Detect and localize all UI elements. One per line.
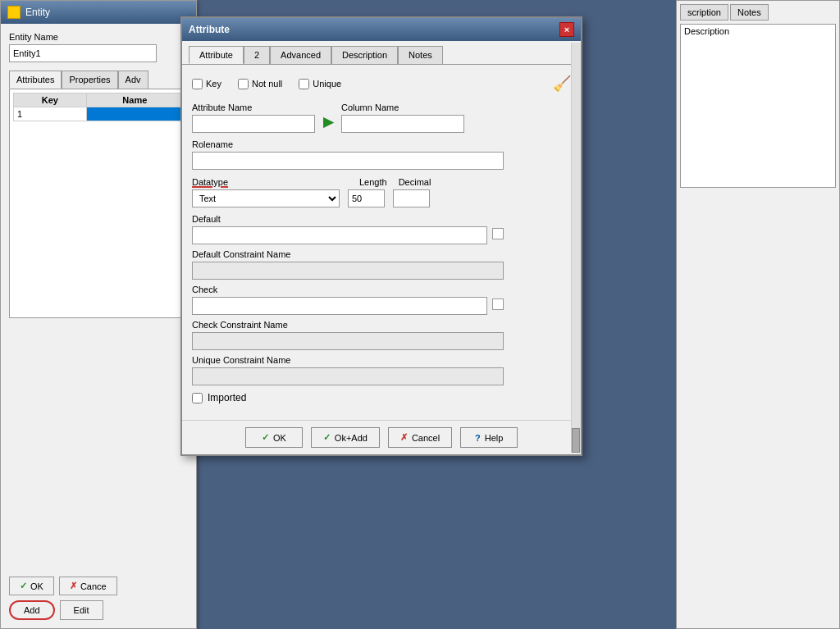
not-null-label: Not null xyxy=(252,79,282,89)
default-constraint-label: Default Constraint Name xyxy=(192,249,571,259)
unique-constraint-input[interactable] xyxy=(192,367,504,385)
length-label: Length xyxy=(359,177,387,187)
decimal-label: Decimal xyxy=(399,177,431,187)
not-null-checkbox-item: Not null xyxy=(238,79,282,89)
description-area: Description xyxy=(680,24,836,188)
entity-ok-cancel-buttons: ✓ OK ✗ Cance xyxy=(9,577,117,595)
cell-key: 1 xyxy=(14,107,87,121)
datatype-headers: Datatype Length Decimal xyxy=(192,176,571,188)
datatype-label: Datatype xyxy=(192,177,228,187)
entity-cancel-button[interactable]: ✗ Cance xyxy=(59,577,117,595)
check-constraint-group: Check Constraint Name xyxy=(192,320,571,350)
cell-name[interactable] xyxy=(86,107,183,121)
entity-tabs: Attributes Properties Adv xyxy=(9,71,188,89)
cancel-button[interactable]: ✗ Cancel xyxy=(388,427,452,448)
datatype-select[interactable]: Text Integer Float Boolean Date DateTime… xyxy=(192,189,340,207)
tab-advanced[interactable]: Advanced xyxy=(270,46,331,64)
key-checkbox-item: Key xyxy=(192,79,221,89)
entity-title: Entity xyxy=(25,7,50,18)
entity-window: Entity Entity Name Attributes Properties… xyxy=(0,0,197,629)
eraser-icon[interactable]: 🧹 xyxy=(553,75,571,93)
scrollbar-thumb[interactable] xyxy=(572,428,580,453)
tab-attribute[interactable]: Attribute xyxy=(189,46,244,64)
key-label: Key xyxy=(206,79,221,89)
unique-constraint-label: Unique Constraint Name xyxy=(192,355,571,365)
check-checkbox[interactable] xyxy=(492,299,504,310)
column-name-label: Column Name xyxy=(341,103,464,112)
entity-icon xyxy=(7,6,21,19)
attribute-dialog: Attribute × Attribute 2 Advanced Descrip… xyxy=(180,16,582,456)
ok-check-icon: ✓ xyxy=(262,432,269,443)
imported-label: Imported xyxy=(208,392,246,403)
tab-attributes[interactable]: Attributes xyxy=(9,71,62,89)
ok-add-button[interactable]: ✓ Ok+Add xyxy=(311,427,380,448)
add-button[interactable]: Add xyxy=(9,600,55,620)
cancel-x-icon: ✗ xyxy=(70,581,77,591)
decimal-input[interactable] xyxy=(393,189,430,207)
dialog-close-button[interactable]: × xyxy=(559,22,574,37)
col-header-key: Key xyxy=(14,93,87,107)
attribute-name-input[interactable] xyxy=(192,115,315,133)
edit-button[interactable]: Edit xyxy=(60,600,103,620)
tab-description[interactable]: Description xyxy=(331,46,398,64)
tab-properties[interactable]: Properties xyxy=(62,71,117,89)
rolename-group: Rolename xyxy=(192,139,571,170)
unique-label: Unique xyxy=(313,79,341,89)
entity-name-input[interactable] xyxy=(9,44,157,62)
attribute-name-group: Attribute Name xyxy=(192,103,315,133)
entity-ok-button[interactable]: ✓ OK xyxy=(9,577,54,595)
check-input[interactable] xyxy=(192,297,487,315)
help-question-icon: ? xyxy=(475,433,481,443)
attr-col-name-row: Attribute Name ▶ Column Name xyxy=(192,103,571,133)
ok-add-check-icon: ✓ xyxy=(323,432,331,443)
default-label: Default xyxy=(192,214,571,224)
entity-name-label: Entity Name xyxy=(9,32,188,42)
not-null-checkbox[interactable] xyxy=(238,79,249,89)
length-input[interactable] xyxy=(348,189,385,207)
default-group: Default xyxy=(192,214,571,244)
default-checkbox[interactable] xyxy=(492,228,504,239)
attribute-name-label: Attribute Name xyxy=(192,103,315,112)
right-panel: scription Notes Description xyxy=(676,0,840,629)
table-row[interactable]: 1 xyxy=(14,107,184,121)
rolename-input[interactable] xyxy=(192,152,504,170)
datatype-row: Text Integer Float Boolean Date DateTime… xyxy=(192,189,571,207)
unique-constraint-group: Unique Constraint Name xyxy=(192,355,571,385)
imported-checkbox[interactable] xyxy=(192,393,203,403)
rolename-label: Rolename xyxy=(192,139,571,149)
dialog-content: Key Not null Unique 🧹 Attribute Name ▶ C xyxy=(182,64,581,420)
check-label: Check xyxy=(192,285,571,294)
dialog-titlebar: Attribute × xyxy=(182,18,581,41)
tab-adv[interactable]: Adv xyxy=(118,71,148,89)
default-constraint-input[interactable] xyxy=(192,262,504,280)
checkbox-row: Key Not null Unique 🧹 xyxy=(192,75,571,93)
cancel-x-icon: ✗ xyxy=(400,432,408,443)
check-constraint-input[interactable] xyxy=(192,332,504,350)
arrow-icon: ▶ xyxy=(323,114,333,130)
col-header-name: Name xyxy=(86,93,183,107)
entity-titlebar: Entity xyxy=(1,1,196,24)
scrollbar[interactable] xyxy=(571,43,581,453)
tab-2[interactable]: 2 xyxy=(244,46,270,64)
default-constraint-group: Default Constraint Name xyxy=(192,249,571,280)
ok-button[interactable]: ✓ OK xyxy=(245,427,303,448)
check-group: Check xyxy=(192,285,571,315)
unique-checkbox[interactable] xyxy=(299,79,309,89)
dialog-buttons: ✓ OK ✓ Ok+Add ✗ Cancel ? Help xyxy=(182,420,581,454)
default-input[interactable] xyxy=(192,226,487,244)
tab-notes-right[interactable]: Notes xyxy=(730,4,769,21)
dialog-title: Attribute xyxy=(189,24,230,35)
unique-checkbox-item: Unique xyxy=(299,79,341,89)
column-name-input[interactable] xyxy=(341,115,464,133)
entity-add-edit-buttons: Add Edit xyxy=(9,600,103,620)
imported-row: Imported xyxy=(192,392,571,403)
ok-check-icon: ✓ xyxy=(20,581,27,591)
entity-tab-content: Key Name 1 xyxy=(9,89,188,318)
right-panel-content: Description xyxy=(677,21,839,191)
key-checkbox[interactable] xyxy=(192,79,203,89)
check-constraint-label: Check Constraint Name xyxy=(192,320,571,330)
help-button[interactable]: ? Help xyxy=(460,427,518,448)
tab-description-right[interactable]: scription xyxy=(680,4,728,21)
right-panel-tabs: scription Notes xyxy=(677,1,839,21)
tab-notes[interactable]: Notes xyxy=(398,46,443,64)
